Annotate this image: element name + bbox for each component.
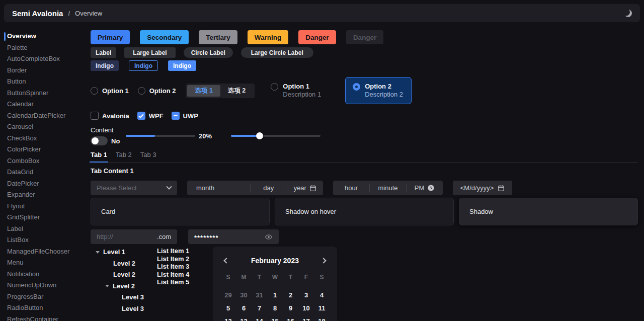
tree-item-level3[interactable]: Level 3 [91,303,155,315]
sidebar-item-flyout[interactable]: Flyout [0,201,88,212]
sidebar-item-combobox[interactable]: ComboBox [0,155,88,167]
danger-button[interactable]: Danger [298,30,336,44]
sidebar-item-listbox[interactable]: ListBox [0,234,88,246]
list-item[interactable]: List Item 1 [157,247,196,255]
calendar-day[interactable]: 6 [236,302,252,315]
calendar-day[interactable]: 12 [220,315,236,321]
segment-option-2[interactable]: 选项 2 [220,85,253,97]
sidebar-item-numericupdown[interactable]: NumericUpDown [0,280,88,291]
checkbox-unchecked-icon[interactable] [91,112,99,120]
sidebar-item-calendar[interactable]: Calendar [0,99,88,110]
eye-icon[interactable] [265,233,273,240]
sidebar-item-datagrid[interactable]: DataGrid [0,167,88,178]
calendar-day[interactable]: 2 [283,289,298,302]
tab-1[interactable]: Tab 1 [91,151,107,162]
sidebar-item-button[interactable]: Button [0,76,88,88]
calendar-date-picker[interactable]: <M/d/yyyy> [453,181,512,195]
calendar-day[interactable]: 18 [314,315,330,321]
password-input[interactable]: ******** [188,229,279,244]
checkbox-indeterminate-icon[interactable] [172,112,180,120]
sidebar-item-buttonspinner[interactable]: ButtonSpinner [0,88,88,99]
list-item[interactable]: List Item 5 [157,278,196,286]
calendar-day[interactable]: 5 [220,302,236,315]
sidebar-item-overview[interactable]: Overview [0,31,88,42]
toggle-switch[interactable] [91,136,108,145]
radio-card-option-2-selected[interactable]: Option 2 Description 2 [345,77,412,104]
sidebar-item-palette[interactable]: Palette [0,42,88,54]
calendar-day[interactable]: 4 [314,289,330,302]
time-picker-minute[interactable]: minute [370,184,406,192]
date-picker-month[interactable]: month [187,184,250,192]
calendar-day[interactable]: 16 [283,315,298,321]
calendar-day[interactable]: 10 [298,302,314,315]
time-picker-hour[interactable]: hour [333,184,369,192]
url-input[interactable]: http:// .com [91,229,177,244]
calendar-day[interactable]: 1 [267,289,283,302]
secondary-button[interactable]: Secondary [140,30,189,44]
time-picker[interactable]: hour minute PM [333,181,443,195]
calendar-day[interactable]: 30 [236,289,252,302]
sidebar-item-calendardatepicker[interactable]: CalendarDatePicker [0,110,88,122]
sidebar-item-gridsplitter[interactable]: GridSplitter [0,212,88,223]
sidebar-item-menu[interactable]: Menu [0,257,88,269]
sidebar-item-notification[interactable]: Notification [0,269,88,280]
calendar-day[interactable]: 17 [298,315,314,321]
sidebar-item-datepicker[interactable]: DatePicker [0,178,88,190]
segment-option-1[interactable]: 选项 1 [187,85,220,97]
tree-item-level2[interactable]: Level 2 [91,258,155,270]
sidebar-item-autocompletebox[interactable]: AutoCompleteBox [0,53,88,65]
calendar-day[interactable]: 11 [314,302,330,315]
calendar-day[interactable]: 7 [252,302,267,315]
tree-item-level2-expanded[interactable]: Level 2 [91,281,155,292]
calendar-next-icon[interactable] [320,258,326,263]
toggle-knob[interactable] [92,137,99,144]
card-shadow-on-hover[interactable]: Shadow on hover [275,198,454,225]
radio-card-option-1[interactable]: Option 1 Description 1 [271,83,321,99]
combobox-please-select[interactable]: Please Select [91,181,177,195]
tab-3[interactable]: Tab 3 [140,151,156,162]
radio-option-1[interactable]: Option 1 [91,87,129,95]
tree-item-level2[interactable]: Level 2 [91,269,155,281]
calendar-day[interactable]: 13 [236,315,252,321]
calendar-day[interactable]: 8 [267,302,283,315]
radio-unchecked-icon[interactable] [91,87,98,95]
slider[interactable] [231,135,320,137]
checkbox-wpf[interactable]: WPF [137,112,164,120]
calendar-day[interactable]: 14 [252,315,267,321]
sidebar-item-checkbox[interactable]: CheckBox [0,133,88,144]
sidebar-item-expander[interactable]: Expander [0,189,88,201]
list-item[interactable]: List Item 3 [157,263,196,271]
checkbox-checked-icon[interactable] [137,112,145,120]
theme-toggle-moon-icon[interactable] [624,10,632,17]
tab-2[interactable]: Tab 2 [116,151,132,162]
date-picker[interactable]: month day year [187,181,323,195]
sidebar-item-carousel[interactable]: Carousel [0,121,88,133]
tertiary-button[interactable]: Tertiary [199,30,237,44]
sidebar-item-radiobutton[interactable]: RadioButton [0,302,88,314]
sidebar-item-colorpicker[interactable]: ColorPicker [0,144,88,155]
radio-checked-icon[interactable] [353,83,360,91]
list-item[interactable]: List Item 2 [157,255,196,263]
sidebar-item-refreshcontainer[interactable]: RefreshContainer [0,314,88,321]
sidebar-item-border[interactable]: Border [0,65,88,76]
sidebar-item-managedfilechooser[interactable]: ManagedFileChooser [0,246,88,258]
sidebar-item-label[interactable]: Label [0,223,88,235]
calendar-day[interactable]: 29 [220,289,236,302]
expander-arrow-icon[interactable] [96,251,100,254]
radio-unchecked-icon[interactable] [138,87,145,95]
slider-thumb[interactable] [256,132,263,139]
warning-button[interactable]: Warning [248,30,289,44]
sidebar-item-progressbar[interactable]: ProgressBar [0,291,88,303]
calendar-day[interactable]: 31 [252,289,267,302]
tree-item-level3[interactable]: Level 3 [91,292,155,303]
radio-option-2[interactable]: Option 2 [138,87,176,95]
time-picker-meridiem[interactable]: PM [407,184,443,192]
checkbox-avalonia[interactable]: Avalonia [91,112,129,120]
checkbox-uwp[interactable]: UWP [172,112,198,120]
date-picker-year[interactable]: year [287,184,323,192]
calendar-day[interactable]: 9 [283,302,298,315]
radio-unchecked-icon[interactable] [271,83,278,91]
tree-item-level1[interactable]: Level 1 [91,247,155,258]
calendar-day[interactable]: 15 [267,315,283,321]
expander-arrow-icon[interactable] [105,285,109,287]
